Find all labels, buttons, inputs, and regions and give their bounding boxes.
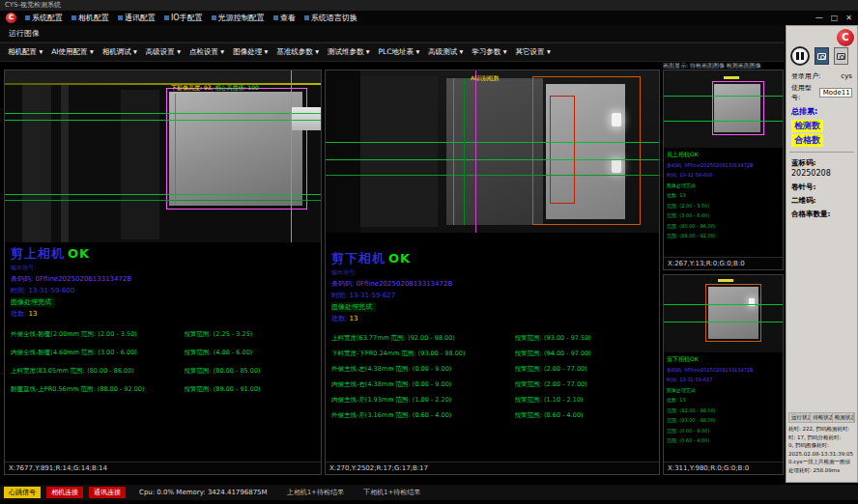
heartbeat-status-badge: 心跳信号 [4, 487, 41, 498]
stats-tab-run[interactable]: 运行状态 [789, 413, 811, 422]
status-bar: 心跳信号 相机连接 通讯连接 Cpu: 0.0% Memory: 3424.41… [0, 485, 858, 500]
menu-item-language-switch[interactable]: 系统语言切换 [304, 13, 358, 23]
right-camera-image[interactable]: AI识别框数 [326, 70, 659, 233]
menu-item-view[interactable]: 查看 [273, 13, 296, 23]
menu-item-io-config[interactable]: IO手配置 [164, 13, 203, 23]
stats-line: 0.cys一排上共检测一图侦 [788, 458, 855, 466]
thumb-line: 批数: 13 [667, 190, 780, 201]
pixel-coordinates: X:7677,Y:891;R:14;G:14;B:14 [5, 462, 321, 474]
stats-tab-detect[interactable]: 检测状态 [833, 413, 854, 422]
brand-logo-icon: C [837, 29, 854, 46]
menu-item-system-config[interactable]: 系统配置 [25, 13, 63, 23]
pause-button[interactable] [790, 46, 810, 66]
menu-bullet-icon [118, 15, 123, 20]
camera-view-button-2[interactable] [834, 47, 848, 65]
toolbar-camera-config[interactable]: 相机配置 ▾ [8, 47, 43, 57]
close-button[interactable]: ✕ [845, 14, 852, 22]
annotation-mark [718, 279, 733, 282]
menu-item-camera-config[interactable]: 相机配置 [72, 13, 109, 23]
stats-tab-wait[interactable]: 待检状态 [811, 413, 832, 422]
menu-label: 系统语言切换 [311, 13, 358, 23]
menu-label: 查看 [280, 13, 296, 23]
measurement-row: 内侧主线-差(1.93mm 范围: (1.00 - 2.20)报警范围: (1.… [331, 392, 653, 407]
roi-rectangle [712, 81, 764, 135]
menu-bullet-icon [273, 15, 278, 20]
titlebar: CYS-视觉检测系统 [0, 0, 858, 11]
right-result-block: 剪下相机OK 输出信号: 条码码: 0Ffline202502081331347… [326, 233, 659, 423]
scene-shape [446, 78, 543, 225]
alarm-range: 报警范围: (94.00 - 97.00) [515, 346, 653, 361]
measure-value: 外侧主线-差(3.16mm 范围: (0.60 - 4.00) [331, 407, 515, 423]
measurement-row: 上料宽度(63.77mm 范围: (92.00 - 98.00)报警范围: (9… [331, 330, 653, 346]
toolbar-plc-table[interactable]: PLC地址表 ▾ [379, 47, 420, 57]
alarm-range: 报警范围: (2.00 - 77.00) [515, 377, 653, 392]
code-label: 蓝标码: [786, 154, 857, 168]
toolbar-advanced-test[interactable]: 高级测试 ▾ [428, 47, 463, 57]
menu-item-light-config[interactable]: 光源控制配置 [212, 13, 265, 23]
thumb-line: 范围: (88.00 - 92.00) [667, 231, 780, 241]
thumb-line: 时间: 13-31-59-600 [667, 170, 780, 181]
reflection-spot [612, 113, 621, 126]
menu-label: 光源控制配置 [218, 13, 265, 23]
thumbnail-upper-camera[interactable]: 剪上相机OK 条码码: 0Ffline2025020813313472B 时间:… [663, 70, 784, 270]
toolbar-camera-debug[interactable]: 相机调试 ▾ [102, 47, 137, 57]
measure-line-vertical [175, 94, 176, 206]
comm-connection-badge: 通讯连接 [89, 487, 126, 498]
measurement-row: 内侧全线-翻覆(4.60mm 范围: (3.00 - 6.00)报警范围: (4… [11, 344, 315, 362]
result-ok-badge: OK [68, 246, 90, 261]
camera-icon [817, 53, 826, 60]
toolbar-other-settings[interactable]: 其它设置 ▾ [516, 47, 551, 57]
annotation-height: 下影像高度: 93, [171, 84, 213, 91]
thumb-line: 条码码: 0Ffline2025020813313472B [667, 365, 780, 376]
thumb1-image[interactable] [664, 70, 783, 148]
app-window: CYS-视觉检测系统 C 系统配置 相机配置 通讯配置 IO手配置 光源控制配置… [0, 0, 858, 504]
connector-part [291, 107, 321, 130]
thumb2-text: 剪下相机OK 条码码: 0Ffline2025020813313472B 时间:… [664, 352, 783, 446]
toolbar-learning-params[interactable]: 学习参数 ▾ [472, 47, 506, 57]
alarm-range: 报警范围: (1.10 - 2.10) [515, 392, 653, 407]
stats-line: 处理耗时: 258.09ms [788, 466, 855, 475]
menu-label: 系统配置 [32, 13, 63, 23]
measure-line-vertical [475, 70, 476, 233]
toolbar: 相机配置 ▾ AI使用配置 ▾ 相机调试 ▾ 高级设置 ▾ 点检设置 ▾ 图像处… [0, 42, 785, 62]
upper-camera-result: 上相机1+待检结果 [287, 488, 344, 497]
thumb-line: 剪上相机OK [667, 150, 780, 160]
measure-line-vertical [291, 70, 292, 242]
roi-rectangle-inner [550, 96, 575, 204]
scene-shape [5, 70, 321, 83]
scene-shape [22, 85, 51, 242]
roll-number-label: 卷针号: [786, 179, 857, 192]
tab-run-image[interactable]: 运行图像 [9, 28, 40, 39]
toolbar-ai-config[interactable]: AI使用配置 ▾ [51, 47, 94, 57]
thumb2-image[interactable] [664, 275, 783, 352]
maximize-button[interactable]: □ [831, 14, 839, 22]
measure-line [326, 159, 659, 160]
window-title: CYS-视觉检测系统 [5, 1, 61, 9]
pixel-coordinates: X:267,Y:13;R:0;G:0;B:0 [664, 257, 783, 269]
menu-item-comm-config[interactable]: 通讯配置 [118, 13, 156, 23]
measure-line-vertical [453, 78, 454, 225]
alarm-range: 报警范围: (2.25 - 3.25) [185, 325, 315, 344]
left-camera-image[interactable]: 下影像高度: 93, 相心高度值: 100 [5, 70, 321, 242]
toolbar-image-process[interactable]: 图像处理 ▾ [233, 47, 268, 57]
scene-shape [326, 70, 360, 233]
toolbar-test-params[interactable]: 测试维参数 ▾ [328, 47, 370, 57]
left-camera-panel: 下影像高度: 93, 相心高度值: 100 剪上相机OK 输出信号: 条码码: … [4, 70, 322, 475]
minimize-button[interactable]: — [815, 14, 823, 22]
thumbnail-lower-camera[interactable]: 剪下相机OK 条码码: 0Ffline2025020813313472B 时间:… [663, 274, 784, 475]
measure-line [5, 200, 321, 201]
right-result-text: 剪下相机OK [331, 250, 653, 267]
camera-view-button-1[interactable] [815, 47, 829, 65]
measure-value: 外侧主线-左(4.38mm 范围: (0.00 - 9.00) [331, 361, 515, 377]
toolbar-spot-check[interactable]: 点检设置 ▾ [189, 47, 224, 57]
roi-rectangle [532, 76, 641, 225]
left-result-block: 剪上相机OK 输出信号: 条码码: 0Ffline202502081331347… [5, 242, 321, 399]
stats-line: 0, 扫码图像耗时: [788, 441, 855, 450]
model-value[interactable]: Mode11 [819, 88, 852, 98]
toolbar-baseline-params[interactable]: 基准线参数 ▾ [276, 47, 319, 57]
stats-line: 耗时: 222, 扫码检测耗时: [788, 425, 855, 434]
batch-label: 批数: [11, 310, 26, 318]
measurement-row: 下料宽度-下PR0.24mm 范围: (93.00 - 98.00)报警范围: … [331, 346, 653, 361]
reflection-spot [612, 159, 621, 173]
toolbar-advanced-settings[interactable]: 高级设置 ▾ [146, 47, 181, 57]
